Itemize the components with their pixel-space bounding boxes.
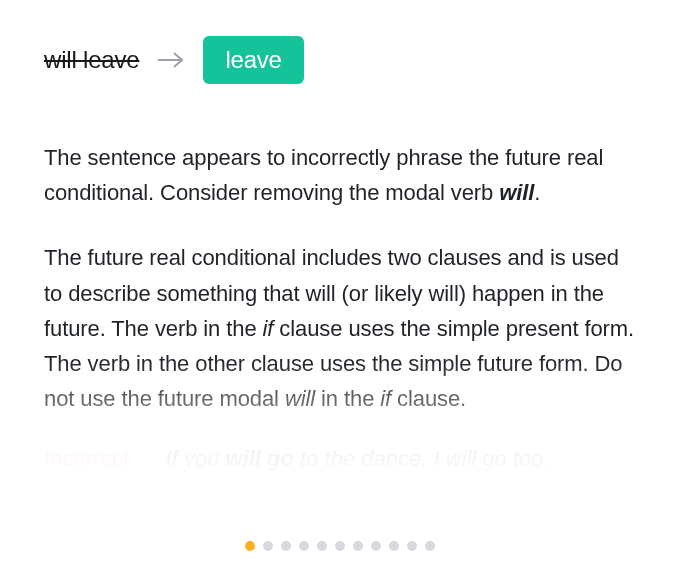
page-dot[interactable]	[317, 541, 327, 551]
text-run: .	[534, 180, 540, 205]
original-word: will leave	[44, 46, 139, 74]
suggestion-row: will leave leave	[44, 36, 636, 84]
example-row: Incorrect If you will go to the dance, I…	[44, 446, 636, 472]
page-dot[interactable]	[353, 541, 363, 551]
explanation-block: The sentence appears to incorrectly phra…	[44, 140, 636, 472]
explanation-paragraph-2: The future real conditional includes two…	[44, 240, 636, 416]
apply-suggestion-button[interactable]: leave	[203, 36, 303, 84]
text-run: If you	[166, 446, 226, 471]
arrow-right-icon	[157, 51, 185, 69]
page-dot[interactable]	[389, 541, 399, 551]
text-run: clause.	[391, 386, 466, 411]
page-dot[interactable]	[425, 541, 435, 551]
page-dot[interactable]	[245, 541, 255, 551]
emphasis-word: will	[285, 386, 315, 411]
page-dot[interactable]	[299, 541, 309, 551]
page-dot[interactable]	[371, 541, 381, 551]
emphasis-word: will	[499, 180, 534, 205]
emphasis-word: if	[380, 386, 391, 411]
example-text: If you will go to the dance, I will go t…	[166, 446, 550, 472]
page-dots	[0, 541, 680, 551]
page-dot[interactable]	[263, 541, 273, 551]
explanation-paragraph-1: The sentence appears to incorrectly phra…	[44, 140, 636, 210]
page-dot[interactable]	[407, 541, 417, 551]
example-label: Incorrect	[44, 446, 130, 472]
emphasis-word: will go	[226, 446, 294, 471]
page-dot[interactable]	[281, 541, 291, 551]
text-run: in the	[315, 386, 380, 411]
text-run: to the dance, I will go too.	[294, 446, 550, 471]
emphasis-word: if	[263, 316, 274, 341]
page-dot[interactable]	[335, 541, 345, 551]
